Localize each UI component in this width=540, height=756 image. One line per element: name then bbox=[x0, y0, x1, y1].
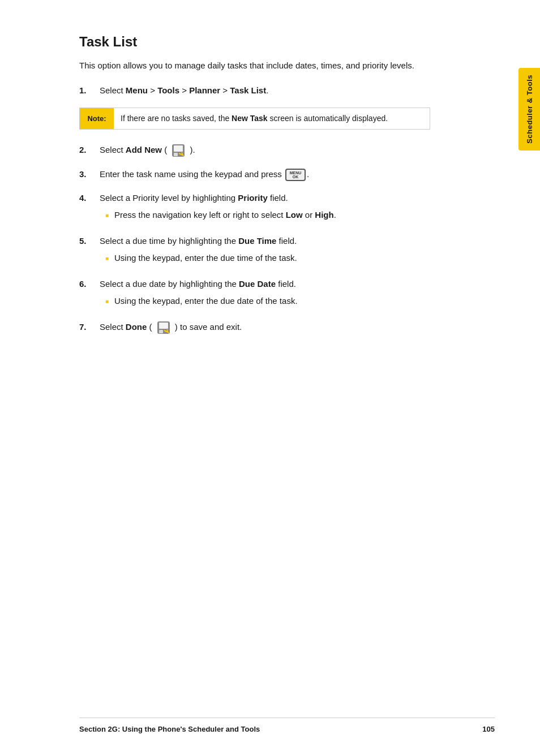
step-6-content: Select a due date by highlighting the Du… bbox=[100, 277, 495, 310]
page-title: Task List bbox=[79, 34, 495, 50]
step-4-bullet-1-text: Press the navigation key left or right t… bbox=[114, 208, 336, 222]
step-3: 3. Enter the task name using the keypad … bbox=[79, 167, 495, 181]
step-7: 7. Select Done ( ) to save and exit. bbox=[79, 320, 495, 334]
step-5-number: 5. bbox=[79, 234, 96, 248]
footer-page-number: 105 bbox=[482, 725, 495, 733]
note-label: Note: bbox=[80, 108, 114, 129]
step-6-bullet-1-text: Using the keypad, enter the due date of … bbox=[114, 294, 298, 308]
step-3-content: Enter the task name using the keypad and… bbox=[100, 167, 495, 181]
note-text-part1: If there are no tasks saved, the bbox=[121, 114, 232, 123]
step-4-sub-bullets: ■ Press the navigation key left or right… bbox=[105, 208, 495, 222]
step-1: 1. Select Menu > Tools > Planner > Task … bbox=[79, 84, 495, 97]
svg-rect-2 bbox=[174, 153, 178, 156]
menu-ok-button-icon: MENU OK bbox=[285, 169, 306, 181]
note-content: If there are no tasks saved, the New Tas… bbox=[114, 108, 395, 129]
step-2-number: 2. bbox=[79, 143, 96, 157]
svg-rect-7 bbox=[159, 330, 163, 333]
bullet-marker-icon-2: ■ bbox=[105, 254, 110, 263]
step-5-content: Select a due time by highlighting the Du… bbox=[100, 234, 495, 267]
page-footer: Section 2G: Using the Phone's Scheduler … bbox=[79, 718, 495, 733]
done-icon bbox=[156, 321, 172, 334]
step-5-sub-bullets: ■ Using the keypad, enter the due time o… bbox=[105, 251, 495, 265]
step-4-content: Select a Priority level by highlighting … bbox=[100, 191, 495, 224]
add-new-svg bbox=[172, 144, 185, 157]
step-6-number: 6. bbox=[79, 277, 96, 291]
page-container: Scheduler & Tools Task List This option … bbox=[0, 0, 540, 756]
step-5-bullet-1-text: Using the keypad, enter the due time of … bbox=[114, 251, 297, 265]
step-6: 6. Select a due date by highlighting the… bbox=[79, 277, 495, 310]
step-1-content: Select Menu > Tools > Planner > Task Lis… bbox=[100, 84, 495, 97]
done-svg bbox=[157, 321, 170, 334]
step-3-number: 3. bbox=[79, 167, 96, 181]
step-7-content: Select Done ( ) to save and exit. bbox=[100, 320, 495, 334]
note-box: Note: If there are no tasks saved, the N… bbox=[79, 108, 430, 130]
step-5: 5. Select a due time by highlighting the… bbox=[79, 234, 495, 267]
add-new-icon bbox=[170, 144, 186, 157]
step-2: 2. Select Add New ( ). bbox=[79, 143, 495, 157]
step-5-bullet-1: ■ Using the keypad, enter the due time o… bbox=[105, 251, 495, 265]
bullet-marker-icon: ■ bbox=[105, 211, 110, 220]
bullet-marker-icon-3: ■ bbox=[105, 297, 110, 306]
step-4: 4. Select a Priority level by highlighti… bbox=[79, 191, 495, 224]
note-text-bold: New Task bbox=[232, 114, 268, 123]
step-7-number: 7. bbox=[79, 320, 96, 334]
intro-text: This option allows you to manage daily t… bbox=[79, 59, 464, 72]
step-6-bullet-1: ■ Using the keypad, enter the due date o… bbox=[105, 294, 495, 308]
step-2-content: Select Add New ( ). bbox=[100, 143, 495, 157]
svg-rect-6 bbox=[159, 323, 168, 329]
note-text-part2: screen is automatically displayed. bbox=[268, 114, 388, 123]
step-6-sub-bullets: ■ Using the keypad, enter the due date o… bbox=[105, 294, 495, 308]
step-4-bullet-1: ■ Press the navigation key left or right… bbox=[105, 208, 495, 222]
svg-rect-1 bbox=[174, 145, 183, 152]
step-1-number: 1. bbox=[79, 84, 96, 97]
side-tab-label: Scheduler & Tools bbox=[525, 75, 534, 144]
step-4-number: 4. bbox=[79, 191, 96, 205]
side-tab: Scheduler & Tools bbox=[518, 68, 540, 151]
footer-section-label: Section 2G: Using the Phone's Scheduler … bbox=[79, 725, 260, 733]
